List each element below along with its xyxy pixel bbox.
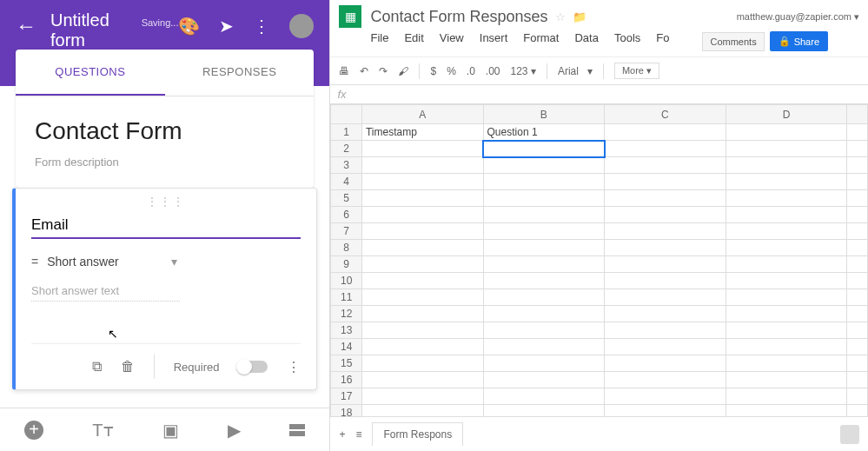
cell[interactable] bbox=[361, 388, 483, 405]
cell[interactable] bbox=[605, 339, 726, 355]
duplicate-icon[interactable]: ⧉ bbox=[92, 359, 102, 375]
cell[interactable] bbox=[361, 256, 483, 273]
cell[interactable] bbox=[483, 174, 605, 190]
cell[interactable] bbox=[605, 306, 726, 322]
question-more-icon[interactable]: ⋮ bbox=[287, 359, 301, 375]
row-header[interactable]: 6 bbox=[331, 207, 361, 223]
folder-icon[interactable]: 📁 bbox=[573, 10, 586, 23]
cell[interactable] bbox=[726, 355, 847, 372]
cell[interactable] bbox=[726, 322, 847, 339]
paint-icon[interactable]: 🖌 bbox=[398, 65, 408, 77]
row-header[interactable]: 12 bbox=[331, 306, 361, 322]
cell[interactable] bbox=[726, 372, 847, 388]
send-icon[interactable]: ➤ bbox=[219, 16, 234, 36]
cell[interactable] bbox=[605, 223, 726, 240]
formula-bar[interactable]: fx bbox=[330, 85, 868, 104]
cell[interactable] bbox=[483, 322, 605, 339]
cell[interactable] bbox=[483, 306, 605, 322]
palette-icon[interactable]: 🎨 bbox=[178, 16, 200, 36]
share-button[interactable]: 🔒 Share bbox=[770, 31, 828, 51]
row-header[interactable]: 5 bbox=[331, 190, 361, 207]
cell[interactable] bbox=[483, 289, 605, 306]
comments-button[interactable]: Comments bbox=[702, 32, 764, 51]
row-header[interactable]: 15 bbox=[331, 355, 361, 372]
cell[interactable] bbox=[483, 256, 605, 273]
explore-icon[interactable] bbox=[840, 425, 859, 444]
user-email[interactable]: matthew.guay@zapier.com ▾ bbox=[737, 11, 859, 23]
column-header[interactable]: D bbox=[726, 105, 847, 124]
drag-handle-icon[interactable]: ⋮⋮⋮ bbox=[31, 196, 301, 208]
star-icon[interactable]: ☆ bbox=[555, 10, 566, 23]
form-description[interactable]: Form description bbox=[35, 156, 295, 169]
cell[interactable] bbox=[605, 256, 726, 273]
cell[interactable] bbox=[483, 372, 605, 388]
cell[interactable] bbox=[483, 207, 605, 223]
sheets-logo-icon[interactable]: ▦ bbox=[339, 5, 361, 28]
add-title-icon[interactable]: Tᴛ bbox=[92, 420, 113, 441]
add-video-icon[interactable]: ▶ bbox=[228, 420, 241, 441]
cell[interactable] bbox=[483, 157, 605, 174]
row-header[interactable]: 2 bbox=[331, 141, 361, 157]
cell[interactable] bbox=[361, 240, 483, 256]
cell[interactable] bbox=[726, 273, 847, 289]
cell[interactable] bbox=[726, 223, 847, 240]
add-sheet-icon[interactable]: + bbox=[339, 428, 345, 441]
cell[interactable] bbox=[605, 405, 726, 417]
percent-button[interactable]: % bbox=[447, 65, 456, 77]
cell[interactable] bbox=[361, 339, 483, 355]
column-header[interactable]: C bbox=[605, 105, 726, 124]
cell[interactable] bbox=[361, 223, 483, 240]
cell[interactable] bbox=[361, 174, 483, 190]
row-header[interactable]: 9 bbox=[331, 256, 361, 273]
add-image-icon[interactable]: ▣ bbox=[162, 420, 179, 441]
row-header[interactable]: 17 bbox=[331, 388, 361, 405]
cell[interactable] bbox=[605, 273, 726, 289]
spreadsheet-title[interactable]: Contact Form Responses bbox=[370, 8, 547, 26]
menu-insert[interactable]: Insert bbox=[480, 31, 508, 51]
add-section-icon[interactable] bbox=[289, 424, 305, 436]
menu-form[interactable]: Fo bbox=[656, 31, 669, 51]
row-header[interactable]: 11 bbox=[331, 289, 361, 306]
cell[interactable] bbox=[483, 339, 605, 355]
cell[interactable] bbox=[361, 207, 483, 223]
row-header[interactable]: 14 bbox=[331, 339, 361, 355]
cell[interactable] bbox=[483, 388, 605, 405]
sheet-tab[interactable]: Form Respons bbox=[372, 422, 463, 446]
cell[interactable] bbox=[361, 141, 483, 157]
menu-format[interactable]: Format bbox=[523, 31, 559, 51]
cell[interactable] bbox=[361, 273, 483, 289]
dec0-button[interactable]: .0 bbox=[467, 65, 475, 77]
cell[interactable] bbox=[605, 372, 726, 388]
cell[interactable] bbox=[726, 207, 847, 223]
column-header[interactable]: A bbox=[361, 105, 483, 124]
cell[interactable] bbox=[726, 256, 847, 273]
tab-questions[interactable]: QUESTIONS bbox=[16, 50, 165, 96]
menu-file[interactable]: File bbox=[370, 31, 388, 51]
row-header[interactable]: 4 bbox=[331, 174, 361, 190]
cell[interactable] bbox=[605, 240, 726, 256]
redo-icon[interactable]: ↷ bbox=[379, 65, 388, 77]
undo-icon[interactable]: ↶ bbox=[360, 65, 368, 77]
cell[interactable] bbox=[726, 388, 847, 405]
cell[interactable] bbox=[605, 207, 726, 223]
spreadsheet-grid[interactable]: ABCD1TimestampQuestion 12345678910111213… bbox=[330, 104, 868, 416]
font-select[interactable]: Arial ▾ bbox=[558, 65, 593, 77]
menu-edit[interactable]: Edit bbox=[404, 31, 423, 51]
row-header[interactable]: 3 bbox=[331, 157, 361, 174]
cell[interactable] bbox=[605, 388, 726, 405]
cell[interactable] bbox=[361, 372, 483, 388]
more-toolbar-button[interactable]: More ▾ bbox=[614, 63, 659, 79]
cell[interactable] bbox=[361, 190, 483, 207]
cell[interactable] bbox=[605, 157, 726, 174]
cell[interactable] bbox=[361, 306, 483, 322]
cell[interactable] bbox=[361, 355, 483, 372]
menu-tools[interactable]: Tools bbox=[614, 31, 640, 51]
cell[interactable] bbox=[361, 322, 483, 339]
cell[interactable] bbox=[605, 190, 726, 207]
cell[interactable] bbox=[483, 405, 605, 417]
cell[interactable] bbox=[483, 223, 605, 240]
menu-view[interactable]: View bbox=[440, 31, 464, 51]
cell[interactable] bbox=[605, 289, 726, 306]
cell[interactable]: Question 1 bbox=[483, 124, 605, 141]
form-title[interactable]: Contact Form bbox=[35, 117, 295, 145]
